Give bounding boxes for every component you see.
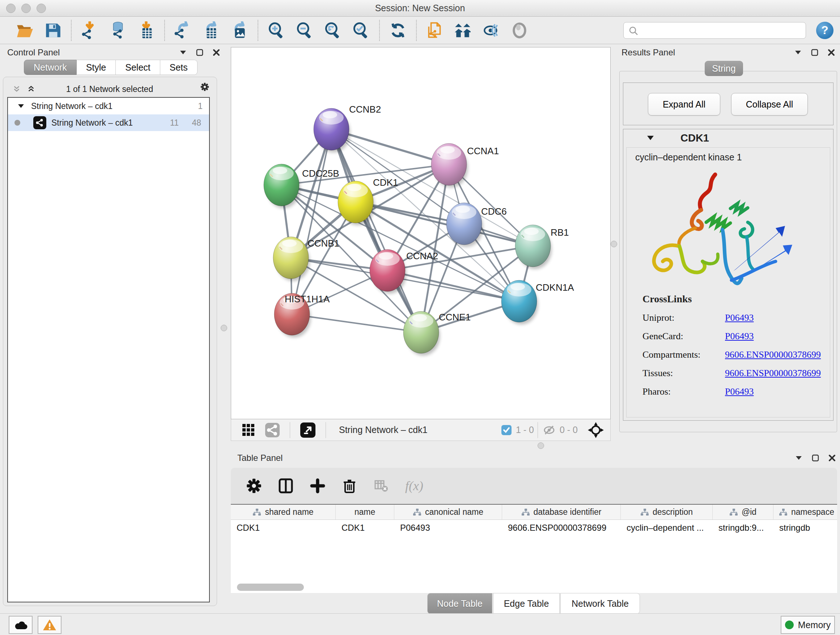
- table-header-row: shared namenamecanonical namedatabase id…: [231, 505, 837, 520]
- hide-selected-icon[interactable]: [482, 21, 501, 40]
- grid-view-icon[interactable]: [241, 423, 256, 437]
- cell-shared-name[interactable]: CDK1: [231, 520, 336, 536]
- search-input[interactable]: [623, 22, 806, 39]
- save-session-icon[interactable]: [43, 21, 62, 40]
- table-gear-icon[interactable]: [246, 478, 262, 494]
- open-session-icon[interactable]: [15, 21, 34, 40]
- cell-canonical-name[interactable]: P06493: [394, 520, 502, 536]
- table-delete-icon[interactable]: [341, 478, 357, 494]
- tab-edge-table[interactable]: Edge Table: [493, 593, 560, 614]
- column-header-name[interactable]: name: [336, 505, 394, 519]
- zoom-out-icon[interactable]: [295, 21, 314, 40]
- birdseye-view-icon[interactable]: [300, 422, 316, 439]
- tab-select[interactable]: Select: [116, 60, 160, 75]
- results-panel-close-icon[interactable]: [827, 48, 836, 57]
- table-panel-close-icon[interactable]: [828, 454, 836, 462]
- network-node-count: 11: [170, 118, 179, 128]
- main-toolbar: ?: [0, 17, 840, 44]
- crosslink-link[interactable]: P06493: [725, 312, 753, 323]
- help-button[interactable]: ?: [816, 22, 834, 39]
- crosslink-link[interactable]: 9606.ENSP00000378699: [725, 368, 821, 379]
- zoom-selected-icon[interactable]: [352, 21, 370, 40]
- column-header-shared-name[interactable]: shared name: [231, 505, 336, 519]
- network-collection-row[interactable]: String Network – cdk1 1: [8, 98, 209, 114]
- crosslink-row: Compartments: 9606.ENSP00000378699: [643, 349, 821, 360]
- window-close-button[interactable]: [6, 4, 16, 13]
- table-function-icon: f(x): [405, 478, 423, 494]
- expand-all-icon[interactable]: [27, 85, 35, 93]
- window-minimize-button[interactable]: [21, 4, 31, 13]
- window-zoom-button[interactable]: [36, 4, 46, 13]
- table-add-icon[interactable]: [309, 478, 325, 494]
- import-table-icon[interactable]: [137, 21, 156, 40]
- export-table-icon[interactable]: [202, 21, 221, 40]
- string-home-icon[interactable]: [454, 21, 472, 40]
- export-image-icon[interactable]: [230, 21, 249, 40]
- tab-network[interactable]: Network: [24, 60, 77, 75]
- results-node-section: CDK1 cyclin–dependent kinase 1: [623, 129, 834, 421]
- collapse-all-button[interactable]: Collapse All: [731, 93, 808, 116]
- network-row[interactable]: String Network – cdk1 11 48: [8, 114, 209, 131]
- crosslink-link[interactable]: P06493: [725, 386, 753, 397]
- control-panel-collapse-icon[interactable]: [179, 48, 187, 57]
- cell-database-identifier[interactable]: 9606.ENSP00000378699: [502, 520, 621, 536]
- export-network-icon[interactable]: [174, 21, 193, 40]
- cell-description[interactable]: cyclin–dependent ...: [621, 520, 713, 536]
- locate-crosshair-icon[interactable]: [587, 421, 605, 439]
- tab-style[interactable]: Style: [77, 60, 116, 75]
- column-header-namespace[interactable]: namespace: [774, 505, 837, 519]
- network-canvas[interactable]: CCNB2CCNA1CDC25BCDK1CDC6RB1CCNB1CCNA2CDK…: [231, 47, 611, 419]
- share-document-icon[interactable]: [425, 21, 444, 40]
- table-horizontal-scrollbar[interactable]: [237, 584, 304, 591]
- network-list-toolbar: 1 of 1 Network selected: [10, 82, 210, 96]
- control-panel-close-icon[interactable]: [212, 48, 221, 57]
- zoom-in-icon[interactable]: [267, 21, 286, 40]
- tab-node-table[interactable]: Node Table: [427, 593, 493, 614]
- node-table[interactable]: shared namenamecanonical namedatabase id…: [231, 504, 837, 593]
- show-eye-icon: [510, 21, 529, 40]
- tab-sets[interactable]: Sets: [160, 60, 197, 75]
- network-list-gear-icon[interactable]: [201, 82, 209, 91]
- node-section-expand-icon[interactable]: [646, 134, 654, 142]
- svg-text:CCNA1: CCNA1: [467, 146, 499, 157]
- table-panel-float-icon[interactable]: [811, 454, 820, 462]
- cloud-button[interactable]: [9, 616, 33, 634]
- collapse-all-icon[interactable]: [12, 85, 21, 93]
- results-panel-float-icon[interactable]: [810, 48, 819, 57]
- import-database-icon[interactable]: [109, 21, 127, 40]
- crosslink-link[interactable]: 9606.ENSP00000378699: [725, 349, 821, 360]
- horizontal-splitter-handle[interactable]: [538, 442, 544, 449]
- results-node-header[interactable]: CDK1: [623, 129, 833, 147]
- refresh-icon[interactable]: [388, 21, 407, 40]
- table-row[interactable]: CDK1CDK1P064939606.ENSP00000378699cyclin…: [231, 520, 837, 536]
- network-nodes: CCNB2CCNA1CDC25BCDK1CDC6RB1CCNB1CCNA2CDK…: [258, 104, 574, 356]
- table-panel-collapse-icon[interactable]: [794, 454, 803, 462]
- collection-expand-icon[interactable]: [17, 103, 25, 110]
- table-columns-icon[interactable]: [278, 478, 294, 494]
- results-panel-collapse-icon[interactable]: [794, 48, 802, 57]
- tab-network-table[interactable]: Network Table: [561, 593, 640, 614]
- memory-button[interactable]: Memory: [781, 616, 835, 634]
- cell-namespace[interactable]: stringdb: [774, 520, 837, 536]
- column-header--id[interactable]: @id: [713, 505, 774, 519]
- zoom-fit-icon[interactable]: [324, 21, 342, 40]
- column-header-description[interactable]: description: [621, 505, 713, 519]
- crosslinks-section: CrossLinks Uniprot: P06493GeneCard: P064…: [643, 293, 821, 397]
- import-network-icon[interactable]: [80, 21, 99, 40]
- control-panel-float-icon[interactable]: [195, 48, 204, 57]
- left-splitter-handle[interactable]: [221, 325, 227, 331]
- right-splitter-handle[interactable]: [611, 241, 617, 247]
- cell-name[interactable]: CDK1: [336, 520, 394, 536]
- status-bar: Memory: [0, 613, 840, 635]
- crosslink-link[interactable]: P06493: [725, 331, 753, 342]
- expand-all-button[interactable]: Expand All: [648, 93, 720, 116]
- column-header-database-identifier[interactable]: database identifier: [502, 505, 621, 519]
- network-view-share-icon[interactable]: [264, 422, 280, 438]
- warning-button[interactable]: [38, 616, 62, 634]
- cell--id[interactable]: stringdb:9...: [713, 520, 774, 536]
- tab-string[interactable]: String: [705, 61, 743, 76]
- gene-name: CDK1: [681, 132, 709, 144]
- protein-structure-image: [641, 168, 797, 287]
- column-header-canonical-name[interactable]: canonical name: [394, 505, 502, 519]
- svg-text:HIST1H1A: HIST1H1A: [285, 294, 330, 304]
